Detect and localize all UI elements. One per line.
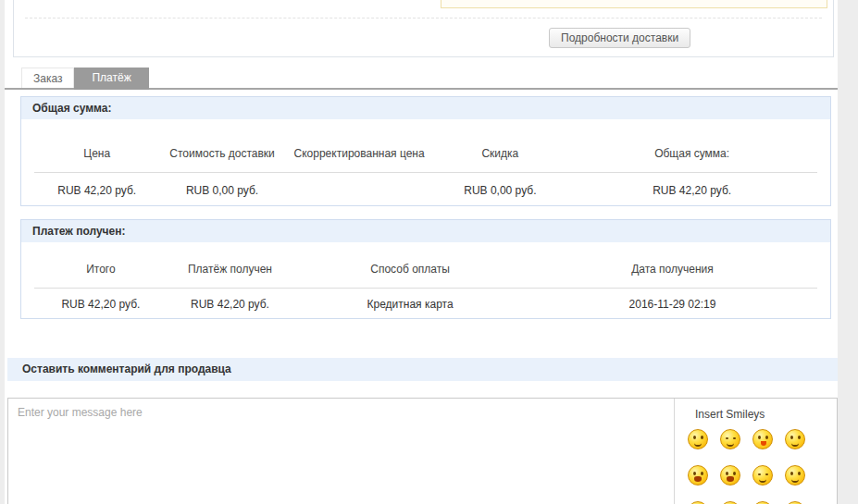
notice-box: [441, 0, 827, 8]
comment-section-title: Оставить комментарий для продавца: [7, 358, 838, 381]
table-cell: RUB 0,00 руб.: [159, 173, 284, 198]
payment-received-table: Итого Платёж получен Способ оплаты Дата …: [34, 242, 817, 311]
table-row: RUB 42,20 руб. RUB 0,00 руб. RUB 0,00 ру…: [34, 173, 817, 198]
smiley-tongue-out-icon[interactable]: [752, 429, 773, 449]
smiley-playful-icon[interactable]: [688, 465, 708, 486]
comment-box: Insert Smileys: [7, 398, 838, 504]
column-header: Итого: [34, 242, 168, 289]
smiley-shy-icon[interactable]: [785, 429, 805, 449]
table-cell: Кредитная карта: [292, 289, 528, 312]
column-header: Цена: [34, 119, 159, 173]
smiley-panel: Insert Smileys: [674, 399, 837, 504]
table-row: RUB 42,20 руб. RUB 42,20 руб. Кредитная …: [34, 289, 817, 312]
total-sum-section: Общая сумма: Цена Стоимость доставки Ско…: [20, 96, 831, 206]
section-title: Платеж получен:: [21, 220, 830, 242]
page-gutter-left: [0, 0, 5, 504]
smiley-smile-icon[interactable]: [688, 429, 708, 449]
section-title: Общая сумма:: [21, 97, 830, 119]
total-sum-table: Цена Стоимость доставки Скорректированна…: [34, 119, 817, 197]
shipping-section: Подробности доставки: [13, 0, 834, 57]
smiley-titter-icon[interactable]: [720, 429, 740, 449]
table-cell: RUB 42,20 руб.: [168, 289, 292, 312]
smiley-laugh-sweat-icon[interactable]: [752, 465, 773, 486]
tab-payment[interactable]: Платёж: [74, 68, 148, 90]
smiley-big-laugh-icon[interactable]: [720, 465, 740, 486]
smileys-label: Insert Smileys: [695, 408, 837, 421]
column-header: Платёж получен: [168, 242, 292, 289]
table-cell: RUB 42,20 руб.: [566, 173, 817, 198]
table-cell: RUB 42,20 руб.: [34, 289, 168, 312]
table-cell: RUB 42,20 руб.: [34, 173, 159, 198]
table-cell: 2016-11-29 02:19: [528, 289, 817, 312]
message-input[interactable]: [8, 399, 674, 504]
payment-received-section: Платеж получен: Итого Платёж получен Спо…: [20, 219, 831, 319]
column-header: Способ оплаты: [292, 242, 528, 289]
divider: [25, 18, 822, 18]
column-header: Дата получения: [528, 242, 817, 289]
tab-order[interactable]: Заказ: [21, 68, 74, 88]
table-cell: [285, 173, 434, 198]
column-header: Скорректированная цена: [285, 119, 434, 173]
column-header: Стоимость доставки: [159, 119, 284, 173]
column-header: Общая сумма:: [566, 119, 817, 173]
smiley-giggle-icon[interactable]: [785, 465, 805, 486]
smiley-grid: [688, 429, 837, 504]
table-cell: RUB 0,00 руб.: [433, 173, 566, 198]
tabs: Заказ Платёж: [21, 68, 149, 90]
page-gutter-right: [838, 0, 858, 504]
column-header: Скидка: [433, 119, 566, 173]
delivery-details-button[interactable]: Подробности доставки: [549, 28, 690, 48]
